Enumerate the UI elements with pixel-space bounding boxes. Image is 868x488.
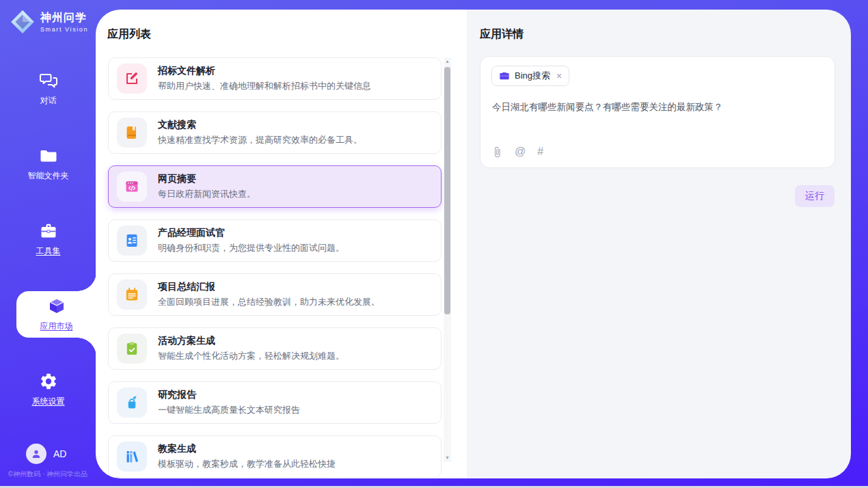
user-account[interactable]: AD [26, 444, 66, 464]
brand-name: 神州问学 [40, 11, 88, 25]
app-card-title: 活动方案生成 [158, 335, 344, 347]
app-card-texts: 活动方案生成智能生成个性化活动方案，轻松解决规划难题。 [158, 335, 344, 362]
app-card[interactable]: 活动方案生成智能生成个性化活动方案，轻松解决规划难题。 [108, 327, 442, 370]
tool-tag-bing-search[interactable]: Bing搜索 × [491, 66, 569, 86]
folder-icon [39, 146, 58, 165]
app-card[interactable]: 文献搜索快速精准查找学术资源，提高研究效率的必备工具。 [108, 111, 442, 154]
app-logo: 神州问学 Smart Vision [10, 9, 88, 35]
hash-icon[interactable]: # [537, 146, 543, 158]
bid-doc-icon [117, 64, 147, 94]
gear-icon [39, 372, 58, 391]
app-cards: 招标文件解析帮助用户快速、准确地理解和解析招标书中的关键信息文献搜索快速精准查找… [108, 57, 442, 478]
app-card-description: 智能生成个性化活动方案，轻松解决规划难题。 [158, 350, 344, 362]
app-card[interactable]: 产品经理面试官明确身份和职责，为您提供专业性的面试问题。 [108, 219, 442, 262]
close-icon[interactable]: × [556, 70, 562, 81]
sidebar-item-settings[interactable]: 系统设置 [0, 366, 96, 413]
app-card[interactable]: 招标文件解析帮助用户快速、准确地理解和解析招标书中的关键信息 [108, 57, 442, 100]
prompt-input[interactable]: 今日湖北有哪些新闻要点？有哪些需要关注的最新政策？ [492, 100, 824, 114]
scroll-up-icon[interactable]: ▲ [444, 57, 451, 66]
app-card-title: 项目总结汇报 [158, 281, 380, 293]
app-card-description: 全面回顾项目进展，总结经验教训，助力未来优化发展。 [158, 296, 380, 308]
app-card-description: 帮助用户快速、准确地理解和解析招标书中的关键信息 [158, 80, 371, 92]
attachment-icon[interactable] [491, 146, 503, 158]
briefcase-icon [499, 70, 510, 81]
app-card-title: 招标文件解析 [158, 65, 371, 77]
app-card-description: 模板驱动，教案秒成，教学准备从此轻松快捷 [158, 458, 336, 470]
sidebar-item-smart-folder[interactable]: 智能文件夹 [0, 141, 96, 187]
app-card[interactable]: 网页摘要每日政府新闻资讯快查。 [108, 165, 442, 208]
sidebar-item-label: 应用市场 [40, 321, 73, 332]
webpage-icon [117, 172, 147, 202]
sidebar-item-label: 系统设置 [32, 396, 65, 407]
cube-icon [47, 297, 66, 316]
tool-tag-label: Bing搜索 [515, 70, 550, 82]
app-card[interactable]: 项目总结汇报全面回顾项目进展，总结经验教训，助力未来优化发展。 [108, 273, 442, 316]
sidebar: 神州问学 Smart Vision 对话智能文件夹工具集应用市场系统设置 AD … [0, 0, 96, 488]
app-card-texts: 文献搜索快速精准查找学术资源，提高研究效率的必备工具。 [158, 119, 362, 146]
sidebar-item-chat[interactable]: 对话 [0, 66, 96, 112]
app-card[interactable]: 教案生成模板驱动，教案秒成，教学准备从此轻松快捷 [108, 435, 442, 478]
book-icon [117, 118, 147, 148]
app-detail-panel: 应用详情 Bing搜索 × 今日湖北有哪些新闻要点？有哪些需要关注的最新政策？ … [467, 10, 851, 478]
interview-icon [117, 226, 147, 256]
app-card-texts: 研究报告一键智能生成高质量长文本研究报告 [158, 389, 300, 416]
chat-icon [39, 71, 58, 90]
sidebar-item-label: 智能文件夹 [28, 170, 69, 182]
scroll-down-icon[interactable]: ▼ [444, 454, 451, 462]
sidebar-item-label: 对话 [40, 95, 57, 107]
app-card-title: 研究报告 [158, 389, 300, 401]
sidebar-item-app-market[interactable]: 应用市场 [16, 291, 96, 338]
app-card-description: 明确身份和职责，为您提供专业性的面试问题。 [158, 242, 344, 254]
app-card-texts: 项目总结汇报全面回顾项目进展，总结经验教训，助力未来优化发展。 [158, 281, 380, 308]
app-card-title: 文献搜索 [158, 119, 362, 131]
sidebar-item-label: 工具集 [36, 245, 61, 257]
research-icon [117, 388, 147, 418]
composer-toolbar: @# [491, 146, 543, 158]
app-card-description: 快速精准查找学术资源，提高研究效率的必备工具。 [158, 134, 362, 146]
app-card-description: 一键智能生成高质量长文本研究报告 [158, 404, 300, 416]
run-button[interactable]: 运行 [795, 185, 835, 207]
books-icon [117, 442, 147, 472]
app-card-texts: 教案生成模板驱动，教案秒成，教学准备从此轻松快捷 [158, 443, 336, 470]
logo-diamond-icon [10, 9, 36, 35]
app-list-panel: 应用列表 招标文件解析帮助用户快速、准确地理解和解析招标书中的关键信息文献搜索快… [96, 10, 467, 478]
scrollbar[interactable]: ▲ ▼ [444, 57, 451, 462]
clipboard-check-icon [117, 334, 147, 364]
app-card-texts: 招标文件解析帮助用户快速、准确地理解和解析招标书中的关键信息 [158, 65, 371, 92]
copyright-footer: ©神州数码 · 神州问学出品 [0, 470, 96, 479]
app-card[interactable]: 研究报告一键智能生成高质量长文本研究报告 [108, 381, 442, 424]
brand-subtitle: Smart Vision [40, 26, 88, 33]
calendar-icon [117, 280, 147, 310]
app-card-title: 网页摘要 [158, 173, 256, 185]
user-initials: AD [53, 448, 66, 459]
sidebar-nav: 对话智能文件夹工具集应用市场系统设置 [0, 66, 96, 413]
scrollbar-thumb[interactable] [444, 67, 450, 314]
app-card-title: 教案生成 [158, 443, 336, 455]
prompt-card[interactable]: Bing搜索 × 今日湖北有哪些新闻要点？有哪些需要关注的最新政策？ @# [480, 56, 835, 168]
app-detail-title: 应用详情 [480, 27, 524, 42]
app-list-title: 应用列表 [107, 27, 151, 42]
toolbox-icon [39, 221, 58, 241]
app-card-description: 每日政府新闻资讯快查。 [158, 188, 256, 200]
avatar [26, 444, 46, 464]
sidebar-item-toolbox[interactable]: 工具集 [0, 216, 96, 262]
app-card-texts: 网页摘要每日政府新闻资讯快查。 [158, 173, 256, 200]
main-container: 应用列表 招标文件解析帮助用户快速、准确地理解和解析招标书中的关键信息文献搜索快… [96, 10, 851, 478]
app-card-texts: 产品经理面试官明确身份和职责，为您提供专业性的面试问题。 [158, 227, 344, 254]
mention-icon[interactable]: @ [515, 146, 526, 158]
app-card-title: 产品经理面试官 [158, 227, 344, 239]
